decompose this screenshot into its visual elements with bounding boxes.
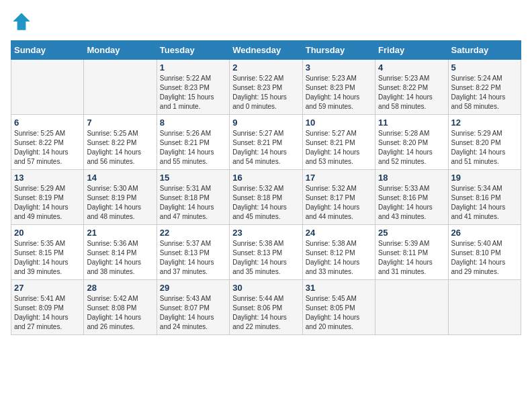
calendar-cell: 18Sunrise: 5:33 AM Sunset: 8:16 PM Dayli… — [375, 170, 448, 225]
calendar-cell: 24Sunrise: 5:38 AM Sunset: 8:12 PM Dayli… — [302, 225, 375, 280]
day-detail: Sunrise: 5:37 AM Sunset: 8:13 PM Dayligh… — [160, 239, 226, 277]
day-number: 2 — [232, 62, 299, 73]
calendar-header: SundayMondayTuesdayWednesdayThursdayFrid… — [11, 41, 521, 60]
day-number: 25 — [378, 228, 445, 238]
day-number: 17 — [306, 173, 372, 183]
week-row-2: 6Sunrise: 5:25 AM Sunset: 8:22 PM Daylig… — [11, 115, 521, 170]
day-number: 24 — [306, 228, 372, 238]
calendar-cell: 26Sunrise: 5:40 AM Sunset: 8:10 PM Dayli… — [448, 225, 521, 280]
day-number: 10 — [306, 118, 372, 128]
calendar-cell: 11Sunrise: 5:28 AM Sunset: 8:20 PM Dayli… — [375, 115, 448, 170]
day-detail: Sunrise: 5:26 AM Sunset: 8:21 PM Dayligh… — [160, 129, 226, 167]
day-detail: Sunrise: 5:27 AM Sunset: 8:21 PM Dayligh… — [232, 129, 299, 167]
day-detail: Sunrise: 5:38 AM Sunset: 8:12 PM Dayligh… — [306, 239, 372, 277]
calendar-cell: 23Sunrise: 5:38 AM Sunset: 8:13 PM Dayli… — [230, 225, 302, 280]
day-number: 16 — [232, 173, 299, 183]
day-detail: Sunrise: 5:33 AM Sunset: 8:16 PM Dayligh… — [378, 184, 445, 222]
day-number: 31 — [306, 283, 372, 293]
week-row-3: 13Sunrise: 5:29 AM Sunset: 8:19 PM Dayli… — [11, 170, 521, 225]
calendar-cell: 20Sunrise: 5:35 AM Sunset: 8:15 PM Dayli… — [11, 225, 84, 280]
day-number: 7 — [87, 118, 153, 128]
calendar-cell: 28Sunrise: 5:42 AM Sunset: 8:08 PM Dayli… — [84, 280, 157, 335]
calendar-cell: 7Sunrise: 5:25 AM Sunset: 8:22 PM Daylig… — [84, 115, 157, 170]
day-number: 27 — [14, 283, 81, 293]
day-number: 18 — [378, 173, 445, 183]
page-header — [11, 11, 521, 32]
logo-icon — [11, 11, 32, 32]
day-detail: Sunrise: 5:31 AM Sunset: 8:18 PM Dayligh… — [160, 184, 226, 222]
calendar-cell — [11, 60, 84, 115]
calendar-cell: 14Sunrise: 5:30 AM Sunset: 8:19 PM Dayli… — [84, 170, 157, 225]
day-number: 28 — [87, 283, 153, 293]
calendar-cell: 30Sunrise: 5:44 AM Sunset: 8:06 PM Dayli… — [230, 280, 302, 335]
calendar-body: 1Sunrise: 5:22 AM Sunset: 8:23 PM Daylig… — [11, 60, 521, 335]
day-detail: Sunrise: 5:40 AM Sunset: 8:10 PM Dayligh… — [451, 239, 518, 277]
day-detail: Sunrise: 5:43 AM Sunset: 8:07 PM Dayligh… — [160, 294, 226, 332]
week-row-4: 20Sunrise: 5:35 AM Sunset: 8:15 PM Dayli… — [11, 225, 521, 280]
day-detail: Sunrise: 5:29 AM Sunset: 8:20 PM Dayligh… — [451, 129, 518, 167]
calendar-cell — [448, 280, 521, 335]
calendar-cell: 17Sunrise: 5:32 AM Sunset: 8:17 PM Dayli… — [302, 170, 375, 225]
day-detail: Sunrise: 5:44 AM Sunset: 8:06 PM Dayligh… — [232, 294, 299, 332]
day-detail: Sunrise: 5:24 AM Sunset: 8:22 PM Dayligh… — [451, 74, 518, 111]
calendar-cell: 29Sunrise: 5:43 AM Sunset: 8:07 PM Dayli… — [157, 280, 229, 335]
day-number: 21 — [87, 228, 153, 238]
day-number: 13 — [14, 173, 81, 183]
day-detail: Sunrise: 5:41 AM Sunset: 8:09 PM Dayligh… — [14, 294, 81, 332]
day-number: 14 — [87, 173, 153, 183]
calendar-cell: 13Sunrise: 5:29 AM Sunset: 8:19 PM Dayli… — [11, 170, 84, 225]
day-detail: Sunrise: 5:32 AM Sunset: 8:18 PM Dayligh… — [232, 184, 299, 222]
day-detail: Sunrise: 5:22 AM Sunset: 8:23 PM Dayligh… — [160, 74, 226, 111]
day-number: 30 — [232, 283, 299, 293]
day-detail: Sunrise: 5:25 AM Sunset: 8:22 PM Dayligh… — [14, 129, 81, 167]
calendar-cell: 27Sunrise: 5:41 AM Sunset: 8:09 PM Dayli… — [11, 280, 84, 335]
calendar-cell: 2Sunrise: 5:22 AM Sunset: 8:23 PM Daylig… — [230, 60, 302, 115]
day-number: 23 — [232, 228, 299, 238]
weekday-header-friday: Friday — [375, 41, 448, 60]
day-number: 19 — [451, 173, 518, 183]
day-number: 9 — [232, 118, 299, 128]
day-number: 11 — [378, 118, 445, 128]
day-detail: Sunrise: 5:23 AM Sunset: 8:22 PM Dayligh… — [378, 74, 445, 111]
calendar-cell: 5Sunrise: 5:24 AM Sunset: 8:22 PM Daylig… — [448, 60, 521, 115]
day-detail: Sunrise: 5:34 AM Sunset: 8:16 PM Dayligh… — [451, 184, 518, 222]
weekday-header-saturday: Saturday — [448, 41, 521, 60]
day-number: 1 — [160, 62, 226, 73]
weekday-header-thursday: Thursday — [302, 41, 375, 60]
day-detail: Sunrise: 5:22 AM Sunset: 8:23 PM Dayligh… — [232, 74, 299, 111]
day-number: 22 — [160, 228, 226, 238]
day-number: 5 — [451, 62, 518, 73]
calendar-cell: 9Sunrise: 5:27 AM Sunset: 8:21 PM Daylig… — [230, 115, 302, 170]
day-detail: Sunrise: 5:35 AM Sunset: 8:15 PM Dayligh… — [14, 239, 81, 277]
day-detail: Sunrise: 5:45 AM Sunset: 8:05 PM Dayligh… — [306, 294, 372, 332]
day-detail: Sunrise: 5:42 AM Sunset: 8:08 PM Dayligh… — [87, 294, 153, 332]
day-number: 15 — [160, 173, 226, 183]
calendar-cell: 4Sunrise: 5:23 AM Sunset: 8:22 PM Daylig… — [375, 60, 448, 115]
day-number: 8 — [160, 118, 226, 128]
logo — [11, 11, 35, 32]
calendar-cell: 22Sunrise: 5:37 AM Sunset: 8:13 PM Dayli… — [157, 225, 229, 280]
weekday-header-tuesday: Tuesday — [157, 41, 229, 60]
day-number: 6 — [14, 118, 81, 128]
day-number: 12 — [451, 118, 518, 128]
weekday-header-monday: Monday — [84, 41, 157, 60]
calendar-cell: 16Sunrise: 5:32 AM Sunset: 8:18 PM Dayli… — [230, 170, 302, 225]
day-detail: Sunrise: 5:29 AM Sunset: 8:19 PM Dayligh… — [14, 184, 81, 222]
calendar-cell: 31Sunrise: 5:45 AM Sunset: 8:05 PM Dayli… — [302, 280, 375, 335]
weekday-header-sunday: Sunday — [11, 41, 84, 60]
calendar-cell — [84, 60, 157, 115]
calendar-cell: 1Sunrise: 5:22 AM Sunset: 8:23 PM Daylig… — [157, 60, 229, 115]
day-number: 3 — [306, 62, 372, 73]
svg-marker-0 — [13, 13, 30, 30]
weekday-row: SundayMondayTuesdayWednesdayThursdayFrid… — [11, 41, 521, 60]
calendar-cell: 15Sunrise: 5:31 AM Sunset: 8:18 PM Dayli… — [157, 170, 229, 225]
calendar-table: SundayMondayTuesdayWednesdayThursdayFrid… — [11, 40, 521, 335]
calendar-cell: 25Sunrise: 5:39 AM Sunset: 8:11 PM Dayli… — [375, 225, 448, 280]
calendar-cell: 21Sunrise: 5:36 AM Sunset: 8:14 PM Dayli… — [84, 225, 157, 280]
calendar-cell: 19Sunrise: 5:34 AM Sunset: 8:16 PM Dayli… — [448, 170, 521, 225]
day-detail: Sunrise: 5:25 AM Sunset: 8:22 PM Dayligh… — [87, 129, 153, 167]
day-detail: Sunrise: 5:28 AM Sunset: 8:20 PM Dayligh… — [378, 129, 445, 167]
calendar-cell — [375, 280, 448, 335]
calendar-cell: 12Sunrise: 5:29 AM Sunset: 8:20 PM Dayli… — [448, 115, 521, 170]
day-number: 4 — [378, 62, 445, 73]
